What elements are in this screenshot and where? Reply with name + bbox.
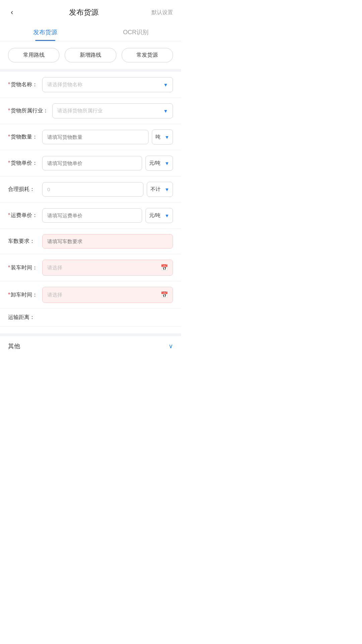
goods-industry-select[interactable]: 请选择货物所属行业 ▼ — [52, 103, 173, 118]
load-time-label: *装车时间： — [8, 264, 38, 271]
page-title: 发布货源 — [16, 7, 152, 17]
load-time-row: *装车时间： 请选择 📅 — [0, 254, 181, 281]
other-label: 其他 — [8, 342, 20, 350]
calendar-icon: 📅 — [161, 291, 168, 299]
price-input-group: 元/吨 ▼ — [42, 156, 173, 171]
goods-quantity-row: *货物数量： 吨 ▼ — [0, 124, 181, 150]
loss-input-group: 不计 ▼ — [42, 182, 173, 197]
freight-price-input[interactable] — [42, 208, 142, 223]
transport-distance-label: 运输距离： — [8, 314, 38, 321]
load-time-picker[interactable]: 请选择 📅 — [42, 260, 173, 276]
unload-time-label: *卸车时间： — [8, 291, 38, 299]
chevron-down-icon: ▼ — [165, 187, 169, 192]
unload-time-picker[interactable]: 请选择 📅 — [42, 287, 173, 303]
quantity-input-group: 吨 ▼ — [42, 129, 173, 145]
common-goods-button[interactable]: 常发货源 — [122, 48, 173, 62]
goods-name-row: *货物名称： 请选择货物名称 ▼ — [0, 72, 181, 98]
goods-price-label: *货物单价： — [8, 160, 38, 167]
quick-button-group: 常用路线 新增路线 常发货源 — [0, 41, 181, 72]
car-count-label: 车数要求： — [8, 238, 38, 245]
chevron-down-icon: ▼ — [163, 82, 168, 88]
chevron-down-icon: ▼ — [163, 108, 168, 114]
goods-price-input[interactable] — [42, 156, 142, 170]
loss-unit-select[interactable]: 不计 ▼ — [147, 182, 173, 197]
tab-ocr[interactable]: OCR识别 — [90, 23, 181, 41]
freight-price-label: *运费单价： — [8, 212, 38, 219]
calendar-icon: 📅 — [161, 264, 168, 271]
chevron-down-icon: ▼ — [165, 135, 169, 140]
quantity-unit-select[interactable]: 吨 ▼ — [152, 129, 173, 145]
goods-quantity-label: *货物数量： — [8, 133, 38, 141]
goods-quantity-input[interactable] — [42, 130, 148, 144]
goods-name-label: *货物名称： — [8, 81, 38, 88]
loss-label: 合理损耗： — [8, 186, 38, 193]
loss-input[interactable] — [42, 182, 143, 197]
back-button[interactable]: ‹ — [8, 7, 16, 18]
goods-industry-row: *货物所属行业： 请选择货物所属行业 ▼ — [0, 98, 181, 124]
chevron-down-icon: ▼ — [165, 161, 169, 166]
freight-unit-select[interactable]: 元/吨 ▼ — [145, 208, 173, 223]
goods-industry-label: *货物所属行业： — [8, 107, 48, 114]
add-route-button[interactable]: 新增路线 — [65, 48, 116, 62]
car-count-input[interactable] — [42, 234, 173, 249]
expand-icon: ∨ — [169, 342, 173, 350]
other-section[interactable]: 其他 ∨ — [0, 333, 181, 356]
freight-input-group: 元/吨 ▼ — [42, 208, 173, 223]
header: ‹ 发布货源 默认设置 — [0, 0, 181, 23]
transport-distance-row: 运输距离： — [0, 309, 181, 327]
car-count-row: 车数要求： — [0, 229, 181, 254]
goods-name-select[interactable]: 请选择货物名称 ▼ — [42, 77, 173, 92]
common-route-button[interactable]: 常用路线 — [8, 48, 59, 62]
freight-price-row: *运费单价： 元/吨 ▼ — [0, 203, 181, 229]
unload-time-row: *卸车时间： 请选择 📅 — [0, 281, 181, 309]
chevron-down-icon: ▼ — [165, 213, 169, 218]
price-unit-select[interactable]: 元/吨 ▼ — [145, 156, 173, 171]
tab-bar: 发布货源 OCR识别 — [0, 23, 181, 41]
default-settings-button[interactable]: 默认设置 — [152, 9, 173, 16]
goods-price-row: *货物单价： 元/吨 ▼ — [0, 150, 181, 176]
tab-publish[interactable]: 发布货源 — [0, 23, 90, 41]
loss-row: 合理损耗： 不计 ▼ — [0, 176, 181, 203]
form-section: *货物名称： 请选择货物名称 ▼ *货物所属行业： 请选择货物所属行业 ▼ *货… — [0, 72, 181, 333]
